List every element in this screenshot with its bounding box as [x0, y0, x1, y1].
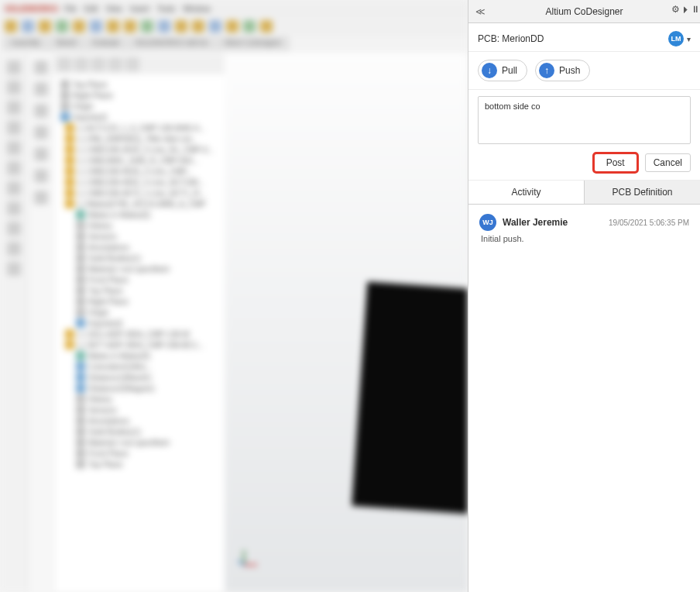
toolbar-icon[interactable]: [158, 20, 170, 33]
model-viewport[interactable]: [225, 54, 468, 592]
rail-icon[interactable]: [7, 141, 21, 155]
pin-button[interactable]: ⏵⏸: [685, 3, 697, 15]
tree-item[interactable]: Mates in Mates(5): [57, 209, 221, 220]
tree-item[interactable]: (-) 1811-ADP-3554_CMP-138-W: [57, 329, 221, 339]
feature-tree[interactable]: Top Plane Right Plane Origin Imported1 (…: [54, 74, 225, 474]
tree-item[interactable]: Coincident1(Wor...: [57, 361, 221, 372]
cancel-button[interactable]: Cancel: [645, 153, 691, 172]
tab-addins[interactable]: SOLIDWORKS Add-Ins: [129, 37, 215, 51]
tree-item[interactable]: Sensors: [57, 231, 221, 242]
tree-item[interactable]: Material <not specified>: [57, 437, 221, 448]
tab-pcb-definition[interactable]: PCB Definition: [584, 181, 700, 204]
tree-item[interactable]: Distance1(Mand1): [57, 372, 221, 383]
left-tool-rail-2[interactable]: [28, 54, 54, 592]
tree-item[interactable]: (-) 1NB1196-4520_2-Line_CMP...: [57, 166, 221, 177]
tree-item[interactable]: Origin: [57, 307, 221, 318]
toolbar-icon[interactable]: [56, 20, 68, 33]
toolbar-icon[interactable]: [243, 20, 256, 33]
tree-header-icon[interactable]: [91, 57, 105, 71]
toolbar-icon[interactable]: [90, 20, 102, 33]
tree-item[interactable]: (-) Mates(5795_4211S-0808_A_CMP: [57, 198, 221, 209]
feature-tree-panel[interactable]: Top Plane Right Plane Origin Imported1 (…: [54, 54, 225, 592]
rail-icon[interactable]: [7, 262, 21, 276]
toolbar-icon[interactable]: [192, 20, 204, 33]
tree-item[interactable]: Imported1: [57, 318, 221, 329]
tree-item[interactable]: (-) 3677-ADP-3554_CMP-206-BC1...: [57, 339, 221, 350]
tree-item[interactable]: Imported1: [57, 112, 221, 122]
tree-item[interactable]: Top Plane: [57, 459, 221, 470]
tree-item[interactable]: Annotations: [57, 415, 221, 426]
comment-input[interactable]: bottom side co: [478, 96, 691, 144]
tree-item[interactable]: Annotations: [57, 242, 221, 253]
menu-view[interactable]: View: [105, 5, 122, 13]
rail-icon[interactable]: [7, 181, 21, 195]
tree-item[interactable]: Top Plane: [57, 285, 221, 296]
toolbar-icon[interactable]: [209, 20, 221, 33]
tree-item[interactable]: Right Plane: [57, 296, 221, 307]
toolbar-icon[interactable]: [175, 20, 187, 33]
rail-icon[interactable]: [34, 169, 48, 183]
pull-button[interactable]: ↓ Pull: [478, 60, 527, 81]
tab-sketch[interactable]: Sketch: [49, 37, 84, 51]
feature-tree-header[interactable]: [54, 54, 225, 74]
tree-item[interactable]: Origin: [57, 101, 221, 112]
settings-button[interactable]: ⚙: [669, 3, 681, 15]
tree-item[interactable]: History: [57, 394, 221, 404]
tab-assembly[interactable]: Assembly: [3, 37, 47, 51]
panel-back-button[interactable]: ≪: [473, 5, 487, 19]
toolbar-icon[interactable]: [5, 20, 17, 33]
toolbar-icon[interactable]: [124, 20, 136, 33]
tree-item[interactable]: (-) ALT1123_1_0_CMP-138-0045-4...: [57, 122, 221, 133]
tree-item[interactable]: Sensors: [57, 404, 221, 415]
rail-icon[interactable]: [34, 147, 48, 161]
toolbar-icon[interactable]: [22, 20, 34, 33]
main-menu[interactable]: File Edit View Insert Tools Window: [64, 5, 211, 13]
rail-icon[interactable]: [7, 242, 21, 256]
tree-item[interactable]: (-) 1NB1196-4552_2-Line_ACT108...: [57, 177, 221, 188]
tree-item[interactable]: Right Plane: [57, 90, 221, 101]
rail-icon[interactable]: [7, 60, 21, 74]
push-button[interactable]: ↑ Push: [535, 60, 590, 81]
rail-icon[interactable]: [34, 82, 48, 96]
pcb-model[interactable]: [352, 281, 468, 516]
menu-window[interactable]: Window: [183, 5, 211, 13]
tree-item[interactable]: (-) 1NB13862_1648_R_CMP-043...: [57, 155, 221, 166]
tree-header-icon[interactable]: [108, 57, 122, 71]
tree-item[interactable]: Solid Bodies(1): [57, 426, 221, 437]
rail-icon[interactable]: [7, 81, 21, 95]
menu-insert[interactable]: Insert: [130, 5, 149, 13]
tree-header-icon[interactable]: [74, 57, 88, 71]
rail-icon[interactable]: [7, 121, 21, 135]
rail-icon[interactable]: [34, 191, 48, 205]
tab-codesigner[interactable]: Altium CoDesigner: [217, 37, 289, 51]
tab-activity[interactable]: Activity: [468, 181, 584, 204]
activity-feed[interactable]: WJ Waller Jeremie 19/05/2021 5:06:35 PM …: [468, 205, 700, 592]
ribbon-tabs[interactable]: Assembly Sketch Evaluate SOLIDWORKS Add-…: [0, 36, 468, 53]
toolbar-icon[interactable]: [73, 20, 85, 33]
toolbar-icon[interactable]: [141, 20, 153, 33]
tree-item[interactable]: Material <not specified>: [57, 263, 221, 274]
tree-item[interactable]: Solid Bodies(1): [57, 253, 221, 263]
tree-item[interactable]: Front Plane: [57, 448, 221, 459]
toolbar-icon[interactable]: [226, 20, 238, 33]
tree-item[interactable]: Distance2(Wagner): [57, 383, 221, 394]
tree-item[interactable]: Mates in Mates(5): [57, 350, 221, 361]
rail-icon[interactable]: [7, 161, 21, 175]
tree-item[interactable]: Top Plane: [57, 79, 221, 90]
rail-icon[interactable]: [7, 222, 21, 236]
tree-item[interactable]: (-) 2N6_039HSEQ_786c-0de-Ltd...: [57, 133, 221, 144]
rail-icon[interactable]: [7, 201, 21, 215]
rail-icon[interactable]: [34, 60, 48, 74]
tab-evaluate[interactable]: Evaluate: [86, 37, 127, 51]
post-button[interactable]: Post: [594, 153, 637, 172]
menu-edit[interactable]: Edit: [84, 5, 98, 13]
menu-file[interactable]: File: [64, 5, 77, 13]
tree-item[interactable]: History: [57, 220, 221, 231]
main-toolbar[interactable]: [0, 17, 468, 36]
axis-gizmo[interactable]: [234, 550, 257, 573]
menu-tools[interactable]: Tools: [157, 5, 175, 13]
toolbar-icon[interactable]: [107, 20, 119, 33]
left-tool-rail[interactable]: [0, 54, 28, 592]
rail-icon[interactable]: [34, 104, 48, 118]
rail-icon[interactable]: [34, 126, 48, 139]
